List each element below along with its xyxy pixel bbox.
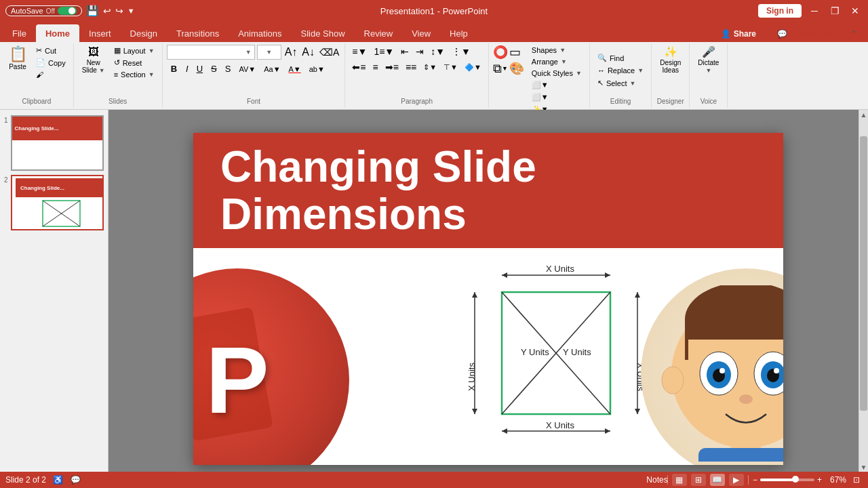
justify-button[interactable]: ≡≡: [403, 60, 419, 74]
tab-animations[interactable]: Animations: [229, 24, 291, 42]
increase-font-icon[interactable]: A↑: [283, 45, 299, 60]
close-icon[interactable]: ✕: [848, 3, 863, 18]
shapes-button[interactable]: ▭: [509, 45, 521, 60]
zoom-slider[interactable]: [760, 479, 814, 481]
autosave-toggle[interactable]: [58, 7, 77, 15]
shapes-btn-label[interactable]: Shapes ▼: [528, 45, 585, 56]
font-family-input[interactable]: ▼: [167, 45, 255, 60]
align-right-button[interactable]: ➡≡: [382, 60, 401, 74]
paste-button[interactable]: 📋 Paste: [4, 45, 31, 73]
scroll-up-icon[interactable]: ▲: [859, 110, 868, 119]
oval-shape-icon[interactable]: ⭕: [493, 45, 508, 60]
highlight-color-button[interactable]: ab▼: [306, 64, 328, 75]
char-spacing-button[interactable]: AV▼: [235, 64, 259, 75]
tab-slideshow[interactable]: Slide Show: [291, 24, 354, 42]
slide-2-thumbnail[interactable]: Changing Slide...: [11, 175, 104, 230]
arrange-button[interactable]: ⧉▼: [493, 61, 508, 76]
numbering-button[interactable]: 1≡▼: [371, 45, 397, 58]
design-ideas-button[interactable]: ✨ Design Ideas: [656, 45, 685, 76]
select-button[interactable]: ↖ Select ▼: [594, 77, 639, 89]
cut-button[interactable]: ✂ Cut: [33, 45, 69, 56]
collapse-ribbon-icon[interactable]: ⌃: [848, 28, 860, 40]
replace-button[interactable]: ↔ Replace ▼: [594, 65, 647, 76]
reading-view-button[interactable]: 📖: [710, 474, 725, 486]
slide-sorter-button[interactable]: ⊞: [691, 474, 706, 486]
clear-format-icon[interactable]: ⌫A: [318, 45, 340, 59]
autosave-badge[interactable]: AutoSave Off: [5, 5, 82, 16]
dictate-button[interactable]: 🎤 Dictate ▼: [694, 45, 723, 76]
text-align-button[interactable]: ⊤▼: [441, 62, 460, 73]
restore-icon[interactable]: ❐: [827, 3, 842, 18]
layout-button[interactable]: ▦ Layout ▼: [111, 45, 158, 56]
zoom-level[interactable]: 67%: [825, 475, 846, 485]
scroll-thumb[interactable]: [860, 136, 867, 411]
paste-icon: 📋: [9, 47, 27, 62]
find-button[interactable]: 🔍 Find: [594, 52, 627, 64]
align-center-button[interactable]: ≡: [370, 60, 381, 74]
slide-show-button[interactable]: ▶: [729, 474, 744, 486]
font-size-input[interactable]: ▼: [257, 45, 281, 60]
customize-icon[interactable]: ▼: [127, 7, 135, 15]
align-left-button[interactable]: ⬅≡: [349, 60, 368, 74]
new-slide-button[interactable]: 🖼 New Slide ▼: [78, 45, 109, 76]
reset-button[interactable]: ↺ Reset: [111, 57, 158, 68]
zoom-out-icon[interactable]: −: [753, 475, 757, 485]
section-icon: ≡: [114, 70, 118, 79]
redo-icon[interactable]: ↪: [115, 5, 123, 16]
undo-icon[interactable]: ↩: [103, 5, 111, 16]
line-spacing-button[interactable]: ↕▼: [428, 45, 448, 58]
bullets-button[interactable]: ≡▼: [349, 45, 370, 58]
comments-button[interactable]: 💬 Comments: [770, 26, 840, 42]
format-painter-button[interactable]: 🖌: [33, 69, 69, 80]
change-case-button[interactable]: Aa▼: [260, 64, 283, 75]
arrange-btn-label[interactable]: Arrange ▼: [528, 56, 585, 67]
slides-label: Slides: [108, 96, 127, 106]
zoom-thumb[interactable]: [792, 476, 799, 483]
share-icon: 👤: [721, 29, 731, 39]
slide-canvas[interactable]: Changing Slide Dimensions P X Units: [193, 133, 783, 465]
shape-fill-button[interactable]: ⬜▼: [528, 79, 585, 91]
minimize-icon[interactable]: ─: [807, 3, 822, 18]
tab-review[interactable]: Review: [355, 24, 403, 42]
smartart-button[interactable]: 🔷▼: [462, 62, 484, 73]
quick-styles-label[interactable]: Quick Styles ▼: [528, 68, 585, 79]
share-button[interactable]: 👤 Share: [711, 26, 766, 41]
decrease-indent-button[interactable]: ⇤: [398, 45, 412, 58]
slide-1-thumbnail[interactable]: Changing Slide...: [11, 115, 104, 171]
text-direction-button[interactable]: ⇕▼: [420, 62, 439, 73]
tab-view[interactable]: View: [402, 24, 440, 42]
tab-transitions[interactable]: Transitions: [167, 24, 229, 42]
increase-indent-button[interactable]: ⇥: [413, 45, 427, 58]
tab-design[interactable]: Design: [121, 24, 167, 42]
sign-in-button[interactable]: Sign in: [758, 4, 802, 18]
section-button[interactable]: ≡ Section ▼: [111, 69, 158, 80]
text-shadow-button[interactable]: S: [222, 62, 235, 75]
columns-button[interactable]: ⋮▼: [449, 45, 473, 58]
normal-view-button[interactable]: ▦: [672, 474, 687, 486]
notes-button[interactable]: Notes: [651, 474, 663, 486]
scroll-down-icon[interactable]: ▼: [859, 462, 868, 472]
tab-help[interactable]: Help: [440, 24, 477, 42]
font-family-dropdown-icon[interactable]: ▼: [245, 49, 252, 56]
tab-insert[interactable]: Insert: [79, 24, 121, 42]
comments-status-icon[interactable]: 💬: [69, 474, 81, 486]
bold-button[interactable]: B: [167, 62, 181, 76]
fit-slide-icon[interactable]: ⊡: [850, 474, 863, 486]
save-icon[interactable]: 💾: [86, 5, 99, 17]
italic-button[interactable]: I: [182, 62, 192, 75]
svg-text:X Units: X Units: [467, 363, 477, 391]
shape-outline-button[interactable]: ⬜▼: [528, 92, 585, 103]
strikethrough-button[interactable]: S: [208, 62, 220, 75]
tab-file[interactable]: File: [3, 24, 36, 42]
zoom-in-icon[interactable]: +: [817, 475, 822, 485]
font-color-button[interactable]: A▼: [285, 64, 304, 75]
slide-red-banner: Changing Slide Dimensions: [193, 133, 783, 248]
font-size-dropdown-icon[interactable]: ▼: [266, 49, 272, 56]
copy-button[interactable]: 📄 Copy: [33, 57, 69, 68]
tab-home[interactable]: Home: [36, 24, 79, 42]
quick-styles-button[interactable]: 🎨: [509, 61, 524, 76]
decrease-font-icon[interactable]: A↓: [300, 45, 316, 60]
underline-button[interactable]: U: [193, 62, 206, 75]
vertical-scrollbar[interactable]: ▲ ▼: [859, 110, 868, 472]
accessibility-icon[interactable]: ♿: [52, 474, 64, 486]
